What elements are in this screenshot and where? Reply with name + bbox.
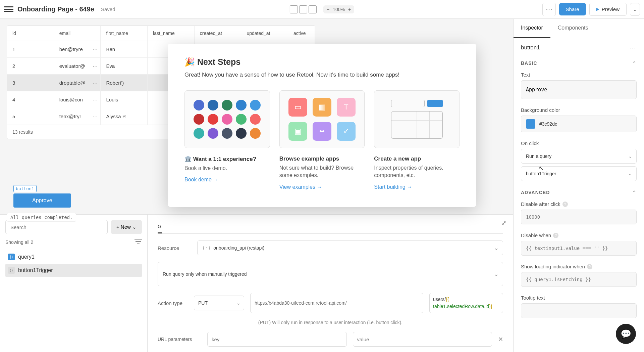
card-desc: Inspect properties of queries, component… bbox=[374, 164, 460, 179]
view-examples-link[interactable]: View examples → bbox=[279, 184, 365, 190]
card-new-app: Create a new app Inspect properties of q… bbox=[374, 90, 460, 190]
card-demo: 🏛️ Want a 1:1 experience? Book a live de… bbox=[184, 90, 270, 190]
book-demo-link[interactable]: Book demo → bbox=[184, 177, 270, 183]
card-title: Create a new app bbox=[374, 156, 460, 162]
next-steps-modal: 🎉 Next Steps Great! Now you have a sense… bbox=[168, 44, 476, 207]
card-desc: Not sure what to build? Browse some exam… bbox=[279, 164, 365, 179]
card-image bbox=[374, 90, 460, 148]
card-examples: ▭▥T ▣••✓ Browse example apps Not sure wh… bbox=[279, 90, 365, 190]
help-fab[interactable]: 💬 bbox=[616, 324, 636, 344]
modal-cards: 🏛️ Want a 1:1 experience? Book a live de… bbox=[184, 90, 460, 190]
card-image bbox=[184, 90, 270, 148]
app-mockup-icon bbox=[391, 100, 443, 139]
card-desc: Book a live demo. bbox=[184, 165, 270, 172]
integrations-icon-grid bbox=[194, 100, 261, 139]
card-title: Browse example apps bbox=[279, 156, 365, 162]
modal-title: 🎉 Next Steps bbox=[184, 57, 460, 67]
chat-icon: 💬 bbox=[621, 329, 631, 339]
modal-subtitle: Great! Now you have a sense of how to us… bbox=[184, 72, 460, 78]
card-image: ▭▥T ▣••✓ bbox=[279, 90, 365, 148]
start-building-link[interactable]: Start building → bbox=[374, 184, 460, 190]
template-icon-grid: ▭▥T ▣••✓ bbox=[288, 98, 356, 141]
modal-overlay[interactable]: 🎉 Next Steps Great! Now you have a sense… bbox=[0, 0, 644, 352]
card-title: 🏛️ Want a 1:1 experience? bbox=[184, 156, 270, 163]
